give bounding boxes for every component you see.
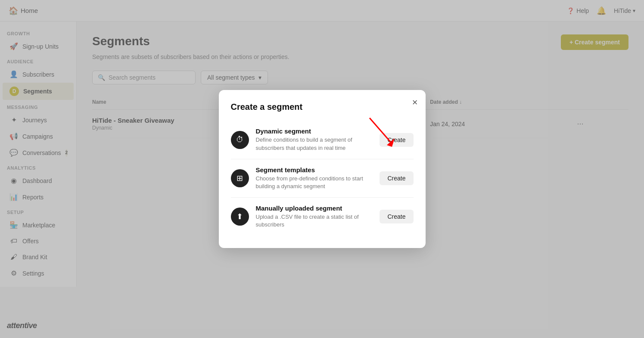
dynamic-option-title: Dynamic segment (256, 127, 373, 135)
modal-title: Create a segment (231, 102, 414, 112)
modal-option-dynamic: ⏱ Dynamic segment Define conditions to b… (231, 121, 414, 159)
dynamic-option-text: Dynamic segment Define conditions to bui… (256, 127, 373, 152)
templates-create-button[interactable]: Create (380, 171, 413, 185)
create-segment-modal: Create a segment × ⏱ Dynamic segment Def… (219, 90, 426, 248)
modal-option-manual: ⬆ Manually uploaded segment Upload a .CS… (231, 198, 414, 236)
modal-option-templates: ⊞ Segment templates Choose from pre-defi… (231, 159, 414, 198)
modal-close-button[interactable]: × (412, 98, 418, 107)
manual-option-text: Manually uploaded segment Upload a .CSV … (256, 205, 373, 229)
dynamic-option-desc: Define conditions to build a segment of … (256, 136, 373, 152)
manual-option-desc: Upload a .CSV file to create a static li… (256, 213, 373, 229)
manual-create-button[interactable]: Create (380, 210, 413, 223)
dynamic-option-icon: ⏱ (231, 131, 249, 149)
modal-options: ⏱ Dynamic segment Define conditions to b… (231, 121, 414, 236)
templates-option-title: Segment templates (256, 166, 373, 174)
manual-option-title: Manually uploaded segment (256, 205, 373, 212)
templates-option-text: Segment templates Choose from pre-define… (256, 166, 373, 190)
modal-overlay[interactable]: Create a segment × ⏱ Dynamic segment Def… (0, 0, 644, 338)
templates-option-icon: ⊞ (231, 169, 249, 187)
templates-option-desc: Choose from pre-defined conditions to st… (256, 175, 373, 190)
dynamic-create-button[interactable]: Create (380, 133, 413, 147)
manual-option-icon: ⬆ (231, 208, 249, 226)
